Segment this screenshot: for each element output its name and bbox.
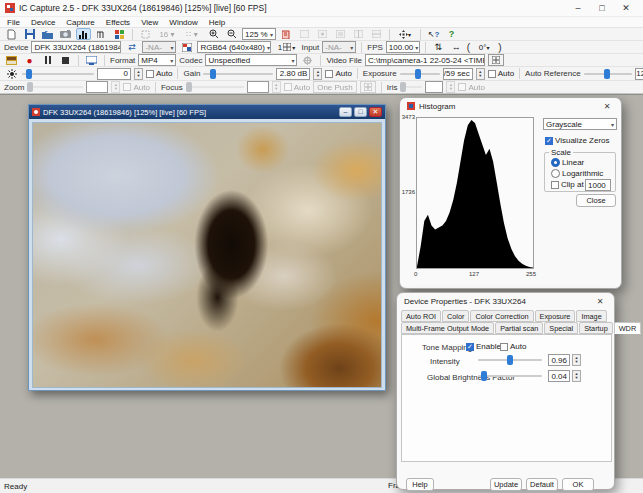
zoom-slider [27, 81, 83, 93]
open-folder-icon[interactable] [40, 28, 55, 40]
tone-mapping-enable-checkbox[interactable]: Enable [466, 342, 501, 351]
close-icon[interactable]: ✕ [600, 102, 614, 111]
fps-combo[interactable]: 100.00▾ [386, 41, 420, 53]
tab-color-correction[interactable]: Color Correction [470, 310, 533, 322]
tab-special[interactable]: Special [544, 322, 578, 334]
tab-multi-frame-output-mode[interactable]: Multi-Frame Output Mode [401, 322, 494, 334]
histogram-close-button[interactable]: Close [576, 194, 616, 207]
context-help-icon[interactable]: ↖? [426, 28, 441, 40]
menu-effects[interactable]: Effects [106, 18, 130, 27]
menu-capture[interactable]: Capture [66, 18, 94, 27]
brightness-value[interactable]: 0 [97, 68, 131, 80]
device-combo[interactable]: DFK 33UX264 (18619846)▾ [31, 41, 121, 53]
browse-video-file-button[interactable] [488, 54, 504, 66]
live-display-toggle-icon[interactable] [84, 54, 99, 66]
rotate-right-icon[interactable]: ) [498, 42, 501, 53]
video-file-input[interactable]: C:\tmp\camera-1 22-05-24 <TIME>.mp4 [365, 54, 485, 66]
close-button[interactable]: ✕ [614, 0, 638, 16]
menu-window[interactable]: Window [169, 18, 197, 27]
gain-spinner[interactable]: ▲▼ [313, 68, 322, 80]
display-count-dropdown[interactable]: 1 ▾ [274, 41, 298, 53]
tone-mapping-auto-checkbox[interactable]: Auto [500, 342, 526, 351]
snapshot-camera-icon[interactable] [58, 28, 73, 40]
device-properties-icon[interactable] [112, 28, 127, 40]
brightness-slider[interactable] [22, 68, 94, 80]
codec-combo[interactable]: Unspecified▾ [205, 54, 297, 66]
visualize-zeros-checkbox[interactable]: Visualize Zeros [545, 136, 610, 145]
stop-button[interactable] [58, 54, 73, 66]
new-file-icon[interactable] [4, 28, 19, 40]
rotate-left-icon[interactable]: ( [467, 42, 470, 53]
device-properties-dialog[interactable]: Device Properties - DFK 33UX264 ✕ Auto R… [396, 292, 615, 490]
intensity-spinner[interactable]: ▲▼ [572, 354, 581, 366]
global-brightness-slider[interactable] [478, 370, 542, 382]
brightness-spinner[interactable]: ▲▼ [134, 68, 143, 80]
maximize-button[interactable]: □ [590, 0, 614, 16]
maximize-button[interactable]: □ [354, 107, 367, 117]
exposure-slider[interactable] [400, 68, 440, 80]
help-button[interactable]: Help [406, 478, 434, 491]
menu-device[interactable]: Device [31, 18, 55, 27]
tab-wdr[interactable]: WDR [614, 322, 641, 334]
clip-value-input[interactable]: 1000 [585, 179, 611, 191]
intensity-slider[interactable] [478, 354, 542, 366]
pause-button[interactable] [40, 54, 55, 66]
tab-partial-scan[interactable]: Partial scan [495, 322, 543, 334]
tab-auto-roi[interactable]: Auto ROI [401, 310, 441, 322]
menu-view[interactable]: View [141, 18, 158, 27]
auto-reference-value[interactable]: 128 [635, 68, 643, 80]
global-brightness-spinner[interactable]: ▲▼ [572, 370, 581, 382]
ok-button[interactable]: OK [562, 478, 594, 491]
histogram-icon[interactable] [76, 28, 91, 40]
histogram-titlebar[interactable]: Histogram ✕ [400, 98, 621, 114]
menu-file[interactable]: File [7, 18, 20, 27]
update-button[interactable]: Update [490, 478, 522, 491]
exposure-spinner[interactable]: ▲▼ [476, 68, 485, 80]
format-combo[interactable]: MP4▾ [138, 54, 176, 66]
auto-reference-slider[interactable] [584, 68, 632, 80]
trigger-icon[interactable] [94, 28, 109, 40]
help-icon[interactable]: ? [444, 28, 459, 40]
clip-at-checkbox[interactable]: Clip at [551, 180, 584, 189]
live-image-titlebar[interactable]: DFK 33UX264 (18619846) [125%] [live] [60… [29, 105, 385, 119]
menu-help[interactable]: Help [209, 18, 225, 27]
device-properties-titlebar[interactable]: Device Properties - DFK 33UX264 ✕ [397, 293, 614, 309]
pan-tool-dropdown-icon[interactable]: ▾ [395, 28, 415, 40]
flip-vertical-icon[interactable]: ⇅ [431, 41, 446, 53]
minimize-button[interactable]: – [566, 0, 590, 16]
logarithmic-radio[interactable]: Logarithmic [551, 169, 603, 178]
rotation-angle-dropdown[interactable]: 0° ▾ [473, 41, 495, 53]
channel-combo[interactable]: Grayscale▾ [543, 118, 617, 130]
switch-device-icon[interactable]: ⇄ [124, 41, 139, 53]
minimize-button[interactable]: – [339, 107, 352, 117]
tab-startup[interactable]: Startup [579, 322, 613, 334]
zoom-level-combo[interactable]: 125 %▾ [242, 28, 276, 40]
intensity-value[interactable]: 0.96 [548, 354, 570, 366]
close-icon[interactable]: ✕ [369, 107, 382, 117]
gain-slider[interactable] [203, 68, 273, 80]
gain-value[interactable]: 2.80 dB [276, 68, 310, 80]
record-button[interactable]: ● [22, 54, 37, 66]
video-format-combo[interactable]: RGB64 (640x480)▾ [197, 41, 271, 53]
flip-horizontal-icon[interactable]: ↔ [449, 41, 464, 53]
chevron-down-icon: ▾ [170, 57, 173, 64]
save-icon[interactable] [22, 28, 37, 40]
video-format-icon[interactable] [179, 41, 194, 53]
global-brightness-value[interactable]: 0.04 [548, 370, 570, 382]
zoom-out-icon[interactable] [224, 28, 239, 40]
linear-radio[interactable]: Linear [551, 158, 584, 167]
default-button[interactable]: Default [526, 478, 558, 491]
gain-auto-checkbox[interactable]: Auto [325, 69, 351, 78]
histogram-dialog[interactable]: Histogram ✕ 3473 1736 0 127 255 Grayscal… [399, 97, 622, 289]
brightness-auto-checkbox[interactable]: Auto [146, 69, 172, 78]
close-icon[interactable]: ✕ [593, 297, 607, 306]
exposure-auto-checkbox[interactable]: Auto [488, 69, 514, 78]
tab-image[interactable]: Image [576, 310, 606, 322]
sequence-capture-icon[interactable] [4, 54, 19, 66]
zoom-in-icon[interactable] [206, 28, 221, 40]
fit-image-icon[interactable] [279, 28, 294, 40]
exposure-value[interactable]: 1/59 sec [443, 68, 473, 80]
live-image-window[interactable]: DFK 33UX264 (18619846) [125%] [live] [60… [28, 104, 386, 391]
tab-exposure[interactable]: Exposure [535, 310, 576, 322]
tab-color[interactable]: Color [442, 310, 469, 322]
